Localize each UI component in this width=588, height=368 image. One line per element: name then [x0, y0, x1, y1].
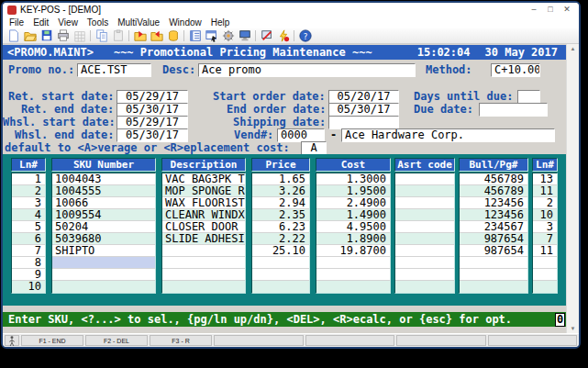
default-cost-field[interactable]: A: [301, 141, 327, 155]
table-cell[interactable]: [162, 257, 245, 269]
table-cell[interactable]: 456789: [460, 185, 527, 197]
table-cell[interactable]: [316, 269, 390, 281]
table-cell[interactable]: 987654: [460, 245, 527, 257]
table-cell[interactable]: CLOSER DOOR: [162, 221, 245, 233]
table-cell[interactable]: [52, 281, 155, 293]
menu-view[interactable]: View: [53, 17, 83, 28]
table-cell[interactable]: 11: [533, 185, 557, 197]
table-cell[interactable]: 234567: [460, 221, 527, 233]
table-cell[interactable]: 2: [12, 185, 45, 197]
table-cell[interactable]: SLIDE ADHESI: [162, 233, 245, 245]
table-cell[interactable]: 123456: [460, 209, 527, 221]
table-cell[interactable]: 6.23: [252, 221, 309, 233]
table-cell[interactable]: [460, 281, 527, 293]
table-cell[interactable]: WAX FLOOR1ST: [162, 197, 245, 209]
table-cell[interactable]: 3: [12, 197, 45, 209]
table-cell[interactable]: [162, 269, 245, 281]
menu-multivalue[interactable]: MultiValue: [113, 17, 164, 28]
table-cell[interactable]: 2: [533, 197, 557, 209]
days-until-due-field[interactable]: [517, 90, 540, 104]
vertical-scrollbar[interactable]: ▲ ▼: [566, 44, 579, 333]
table-cell[interactable]: 1004555: [52, 185, 155, 197]
fn-key-f1[interactable]: F1 - END: [21, 335, 83, 346]
table-cell[interactable]: [316, 257, 390, 269]
shipping-date-field[interactable]: [328, 116, 399, 129]
grid-icon[interactable]: [72, 29, 87, 43]
table-cell[interactable]: 3: [533, 221, 557, 233]
menu-window[interactable]: Window: [164, 17, 206, 28]
promo-no-field[interactable]: ACE.TST: [77, 63, 151, 77]
vendor-name-field[interactable]: Ace Hardware Corp.: [341, 128, 555, 142]
scroll-up-icon[interactable]: ▲: [571, 46, 576, 51]
copy-icon[interactable]: [94, 29, 109, 43]
close-icon[interactable]: ✕: [560, 4, 574, 16]
menu-edit[interactable]: Edit: [28, 17, 53, 28]
table-cell[interactable]: 2.94: [252, 197, 309, 209]
fn-key-f2[interactable]: F2 - DEL: [85, 335, 148, 346]
table-cell[interactable]: MOP SPONGE R: [162, 185, 245, 197]
minimize-icon[interactable]: –: [527, 4, 541, 16]
break-icon[interactable]: [275, 29, 291, 43]
table-cell[interactable]: 4.9500: [316, 221, 390, 233]
table-cell[interactable]: 3.26: [252, 185, 309, 197]
table-cell[interactable]: [395, 257, 454, 269]
table-cell[interactable]: 13: [533, 173, 557, 185]
table-cell[interactable]: 19.8700: [316, 245, 390, 257]
table-cell[interactable]: VAC BAG3PK T: [162, 173, 245, 185]
table-cell[interactable]: 25.10: [252, 245, 309, 257]
table-cell[interactable]: CLEANR WINDX: [162, 209, 245, 221]
screen-select-icon[interactable]: [204, 29, 219, 43]
active-input-cell[interactable]: _: [52, 257, 155, 269]
data-export-icon[interactable]: [165, 29, 181, 43]
table-cell[interactable]: [460, 269, 527, 281]
terminal-icon[interactable]: [259, 29, 274, 43]
table-cell[interactable]: [533, 269, 557, 281]
ret-start-field[interactable]: 05/29/17: [116, 90, 188, 104]
table-cell[interactable]: 1.4900: [316, 209, 390, 221]
table-cell[interactable]: [533, 281, 557, 293]
start-order-field[interactable]: 05/20/17: [328, 90, 399, 104]
table-cell[interactable]: 4: [12, 209, 45, 221]
table-cell[interactable]: 987654: [460, 233, 527, 245]
table-cell[interactable]: 2.22: [252, 233, 309, 245]
table-cell[interactable]: 6: [12, 233, 45, 245]
table-cell[interactable]: 7: [12, 245, 45, 257]
fn-key-f3[interactable]: F3 - R: [150, 335, 212, 346]
table-cell[interactable]: 10: [12, 281, 45, 293]
table-cell[interactable]: [395, 221, 454, 233]
table-cell[interactable]: 7: [533, 233, 557, 245]
table-cell[interactable]: [395, 185, 454, 197]
table-cell[interactable]: [316, 281, 390, 293]
new-icon[interactable]: [6, 29, 21, 43]
maximize-icon[interactable]: □: [543, 4, 558, 16]
save-icon[interactable]: [39, 29, 54, 43]
monitor-icon[interactable]: [237, 29, 252, 43]
paste-icon[interactable]: [110, 29, 126, 43]
table-cell[interactable]: 1004043: [52, 173, 155, 185]
vend-field[interactable]: 0000: [277, 128, 325, 142]
open-icon[interactable]: [22, 29, 38, 43]
print-icon[interactable]: [55, 29, 71, 43]
table-cell[interactable]: 11: [533, 245, 557, 257]
table-cell[interactable]: 1.8900: [316, 233, 390, 245]
table-cell[interactable]: [395, 233, 454, 245]
menu-help[interactable]: Help: [206, 17, 235, 28]
table-cell[interactable]: [52, 269, 155, 281]
table-cell[interactable]: 50204: [52, 221, 155, 233]
table-cell[interactable]: 1: [12, 173, 45, 185]
due-date-field[interactable]: [479, 103, 548, 117]
table-cell[interactable]: SHIPTO: [52, 245, 155, 257]
table-cell[interactable]: [460, 257, 527, 269]
desc-field[interactable]: Ace promo: [198, 63, 416, 77]
table-cell[interactable]: 5039680: [52, 233, 155, 245]
table-cell[interactable]: 456789: [460, 173, 527, 185]
menu-file[interactable]: File: [5, 17, 28, 28]
table-cell[interactable]: [395, 281, 454, 293]
settings-icon[interactable]: [220, 29, 236, 43]
table-cell[interactable]: 10066: [52, 197, 155, 209]
table-cell[interactable]: [395, 173, 454, 185]
table-cell[interactable]: 2.35: [252, 209, 309, 221]
table-cell[interactable]: [533, 257, 557, 269]
table-cell[interactable]: 1.65: [252, 173, 309, 185]
table-cell[interactable]: [395, 209, 454, 221]
